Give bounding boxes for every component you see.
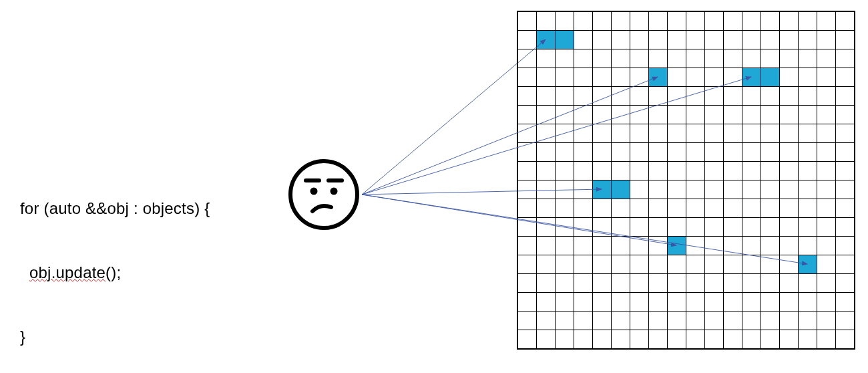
memory-cell [686, 274, 705, 293]
memory-cell [518, 31, 537, 49]
memory-cell [817, 199, 836, 218]
memory-cell [537, 255, 556, 274]
memory-cell-active [556, 31, 574, 49]
memory-cell [780, 68, 799, 87]
memory-cell [649, 106, 668, 124]
memory-cell [686, 143, 705, 162]
memory-cell [593, 237, 612, 255]
memory-cell [724, 312, 742, 330]
memory-cell [705, 12, 724, 31]
memory-cell [593, 218, 612, 237]
memory-cell [799, 199, 817, 218]
memory-cell [556, 143, 574, 162]
memory-cell [556, 180, 574, 199]
memory-cell [817, 68, 836, 87]
memory-cell [649, 49, 668, 68]
memory-cell [724, 237, 742, 255]
code-call-tail: (); [105, 263, 121, 281]
memory-cell [630, 255, 649, 274]
memory-cell [836, 162, 855, 180]
memory-cell [593, 106, 612, 124]
memory-cell [761, 143, 780, 162]
memory-cell [742, 312, 761, 330]
memory-cell [537, 124, 556, 143]
memory-cell [574, 180, 593, 199]
memory-cell [705, 106, 724, 124]
memory-cell [686, 199, 705, 218]
memory-cell [780, 143, 799, 162]
memory-cell [836, 274, 855, 293]
memory-cell [630, 180, 649, 199]
memory-cell-active [593, 180, 612, 199]
memory-cell [799, 12, 817, 31]
memory-cell [686, 293, 705, 312]
memory-cell [780, 180, 799, 199]
memory-cell [817, 312, 836, 330]
memory-cell [537, 49, 556, 68]
memory-cell [630, 68, 649, 87]
memory-cell [668, 274, 686, 293]
memory-cell [668, 255, 686, 274]
memory-cell [836, 124, 855, 143]
memory-cell [817, 162, 836, 180]
memory-cell [649, 330, 668, 349]
memory-cell [649, 162, 668, 180]
worried-face-icon [287, 158, 361, 231]
memory-cell [556, 68, 574, 87]
memory-cell [630, 162, 649, 180]
memory-cell [742, 143, 761, 162]
memory-cell-active [799, 255, 817, 274]
memory-cell [705, 68, 724, 87]
memory-cell [518, 49, 537, 68]
memory-cell [836, 330, 855, 349]
memory-cell [686, 12, 705, 31]
memory-cell [817, 218, 836, 237]
memory-cell [742, 293, 761, 312]
memory-cell [742, 218, 761, 237]
memory-cell [817, 293, 836, 312]
memory-cell [612, 199, 630, 218]
memory-cell [761, 218, 780, 237]
memory-cell [593, 124, 612, 143]
memory-cell [537, 199, 556, 218]
memory-cell [630, 274, 649, 293]
memory-cell [780, 218, 799, 237]
memory-cell [817, 274, 836, 293]
memory-cell [742, 12, 761, 31]
memory-cell [724, 274, 742, 293]
memory-cell [686, 180, 705, 199]
memory-cell [518, 12, 537, 31]
memory-cell [761, 312, 780, 330]
memory-cell [817, 106, 836, 124]
memory-cell [649, 87, 668, 106]
memory-cell [817, 237, 836, 255]
memory-cell [630, 143, 649, 162]
memory-cell [668, 124, 686, 143]
memory-cell [612, 330, 630, 349]
memory-cell [668, 106, 686, 124]
code-snippet: for (auto &&obj : objects) { obj.update(… [20, 155, 210, 373]
memory-cell [742, 199, 761, 218]
memory-cell [705, 237, 724, 255]
memory-cell [724, 218, 742, 237]
memory-cell [556, 124, 574, 143]
memory-cell [686, 106, 705, 124]
memory-cell [574, 106, 593, 124]
memory-cell [537, 143, 556, 162]
memory-cell [780, 12, 799, 31]
memory-cell [780, 162, 799, 180]
memory-cell [556, 12, 574, 31]
memory-cell [761, 180, 780, 199]
memory-cell [649, 180, 668, 199]
memory-cell [780, 199, 799, 218]
memory-cell [668, 31, 686, 49]
memory-cell [817, 87, 836, 106]
memory-cell-active [742, 68, 761, 87]
memory-cell [705, 312, 724, 330]
memory-cell [649, 143, 668, 162]
memory-cell [649, 12, 668, 31]
memory-cell [649, 312, 668, 330]
memory-cell [668, 49, 686, 68]
memory-cell [649, 199, 668, 218]
memory-cell [705, 124, 724, 143]
